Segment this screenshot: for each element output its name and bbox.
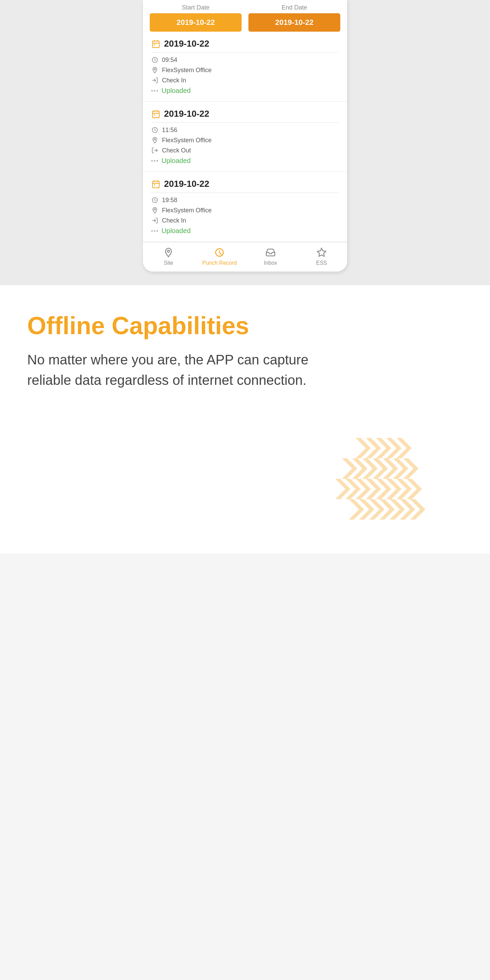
record-time-row-1: 09:54 (151, 56, 339, 64)
end-date-label: End Date (248, 4, 340, 13)
record-type-3: Check In (162, 217, 186, 224)
records-list: 2019-10-22 09:54 (143, 32, 347, 242)
record-type-row-1: Check In (151, 76, 339, 84)
checkin-icon-3 (151, 217, 159, 224)
svg-marker-26 (318, 248, 326, 256)
dots-icon-3: ••• (151, 228, 159, 234)
clock-icon-3 (151, 196, 159, 204)
record-type-row-2: Check Out (151, 147, 339, 154)
record-divider-1 (151, 52, 339, 53)
start-date-col: Start Date 2019-10-22 (150, 4, 242, 32)
svg-marker-39 (335, 479, 350, 499)
record-type-row-3: Check In (151, 217, 339, 224)
record-date-2: 2019-10-22 (164, 108, 209, 119)
record-status-row-1: ••• Uploaded (151, 87, 339, 95)
record-location-3: FlexSystem Office (162, 207, 212, 214)
record-date-3: 2019-10-22 (164, 179, 209, 189)
record-entry-2: 2019-10-22 11:56 (143, 102, 347, 172)
record-time-row-3: 19:58 (151, 196, 339, 204)
calendar-icon-2 (151, 109, 161, 119)
record-status-2: Uploaded (162, 157, 191, 165)
record-time-2: 11:56 (162, 127, 177, 134)
record-status-row-2: ••• Uploaded (151, 157, 339, 165)
nav-item-punch-record[interactable]: Punch Record (194, 247, 245, 266)
record-location-2: FlexSystem Office (162, 137, 212, 144)
checkout-icon-2 (151, 147, 159, 154)
nav-label-site: Site (164, 260, 173, 266)
clock-icon-2 (151, 126, 159, 134)
record-status-1: Uploaded (162, 87, 191, 95)
record-type-2: Check Out (162, 147, 191, 154)
ess-icon (315, 247, 328, 259)
record-date-row-2: 2019-10-22 (151, 108, 339, 119)
nav-label-inbox: Inbox (264, 260, 277, 266)
svg-point-24 (167, 250, 169, 252)
checkin-icon-1 (151, 76, 159, 84)
record-date-1: 2019-10-22 (164, 38, 209, 49)
offline-title: Offline Capabilities (27, 312, 463, 339)
record-location-row-3: FlexSystem Office (151, 207, 339, 214)
svg-rect-16 (153, 181, 159, 188)
record-time-3: 19:58 (162, 197, 177, 204)
svg-rect-4 (154, 44, 155, 45)
start-date-button[interactable]: 2019-10-22 (150, 13, 242, 32)
svg-rect-12 (154, 115, 155, 115)
record-entry-3: 2019-10-22 19:58 (143, 172, 347, 242)
nav-label-punch-record: Punch Record (202, 260, 237, 266)
start-date-label: Start Date (150, 4, 242, 13)
svg-point-22 (154, 208, 156, 210)
svg-point-14 (154, 138, 156, 140)
svg-marker-47 (349, 499, 364, 520)
record-date-row-3: 2019-10-22 (151, 179, 339, 189)
record-status-row-3: ••• Uploaded (151, 227, 339, 235)
svg-rect-0 (153, 41, 159, 47)
svg-rect-8 (153, 111, 159, 118)
nav-item-site[interactable]: Site (143, 247, 194, 266)
record-location-row-1: FlexSystem Office (151, 66, 339, 74)
record-time-1: 09:54 (162, 56, 177, 64)
svg-point-6 (154, 68, 156, 70)
dots-icon-2: ••• (151, 158, 159, 164)
svg-marker-27 (356, 438, 371, 458)
bottom-navigation: Site Punch Record (143, 242, 347, 272)
offline-section: Offline Capabilities No matter where you… (0, 285, 490, 411)
pin-icon-3 (151, 207, 159, 214)
decoration-section (0, 411, 490, 554)
calendar-icon-3 (151, 179, 161, 189)
nav-item-ess[interactable]: ESS (296, 247, 347, 266)
offline-description: No matter where you are, the APP can cap… (27, 350, 334, 390)
punch-record-icon (213, 247, 226, 259)
nav-item-inbox[interactable]: Inbox (245, 247, 296, 266)
pin-icon-2 (151, 137, 159, 144)
record-status-3: Uploaded (162, 227, 191, 235)
end-date-button[interactable]: 2019-10-22 (248, 13, 340, 32)
svg-rect-20 (154, 185, 155, 185)
record-divider-3 (151, 192, 339, 193)
end-date-col: End Date 2019-10-22 (248, 4, 340, 32)
record-time-row-2: 11:56 (151, 126, 339, 134)
decorative-arrows (334, 431, 463, 527)
clock-icon-1 (151, 56, 159, 64)
dots-icon-1: ••• (151, 88, 159, 94)
record-location-1: FlexSystem Office (162, 67, 212, 74)
record-divider-2 (151, 123, 339, 123)
record-entry-1: 2019-10-22 09:54 (143, 32, 347, 102)
pin-icon-1 (151, 66, 159, 74)
inbox-icon (264, 247, 277, 259)
record-date-row-1: 2019-10-22 (151, 38, 339, 49)
nav-label-ess: ESS (316, 260, 327, 266)
svg-marker-32 (342, 458, 357, 479)
date-filter-bar: Start Date 2019-10-22 End Date 2019-10-2… (143, 0, 347, 32)
record-location-row-2: FlexSystem Office (151, 137, 339, 144)
location-icon (162, 247, 175, 259)
calendar-icon-1 (151, 39, 161, 49)
record-type-1: Check In (162, 77, 186, 84)
